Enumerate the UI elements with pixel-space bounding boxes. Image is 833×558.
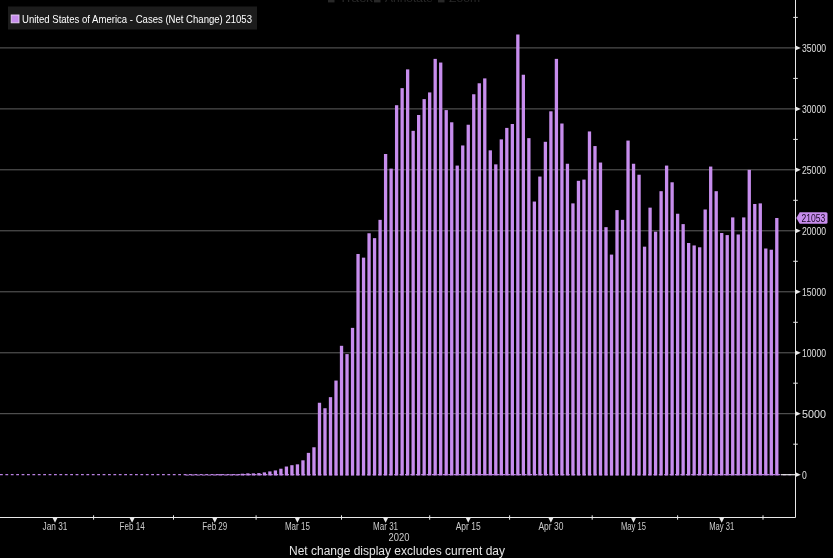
svg-text:25000: 25000 [802, 164, 826, 176]
svg-text:Track: Track [339, 0, 374, 4]
svg-text:May 15: May 15 [621, 520, 646, 532]
svg-text:15000: 15000 [802, 286, 826, 298]
svg-text:35000: 35000 [802, 42, 826, 54]
svg-text:5000: 5000 [802, 408, 826, 420]
svg-text:0: 0 [802, 469, 807, 481]
svg-text:Net change display excludes cu: Net change display excludes current day [289, 544, 505, 558]
svg-text:May 31: May 31 [709, 520, 734, 532]
svg-text:Apr 30: Apr 30 [538, 520, 563, 532]
svg-text:21053: 21053 [802, 212, 826, 224]
svg-text:30000: 30000 [802, 103, 826, 115]
svg-text:Jan 31: Jan 31 [43, 520, 68, 532]
svg-text:United States of America - Cas: United States of America - Cases (Net Ch… [22, 13, 252, 25]
svg-text:Feb 29: Feb 29 [202, 520, 227, 532]
svg-text:10000: 10000 [802, 347, 826, 359]
svg-text:Mar 15: Mar 15 [285, 520, 310, 532]
svg-text:Annotate: Annotate [385, 0, 433, 4]
svg-text:2020: 2020 [389, 531, 410, 543]
svg-text:20000: 20000 [802, 225, 826, 237]
svg-text:Zoom: Zoom [449, 0, 480, 4]
svg-text:Feb 14: Feb 14 [120, 520, 145, 532]
svg-text:Apr 15: Apr 15 [456, 520, 481, 532]
